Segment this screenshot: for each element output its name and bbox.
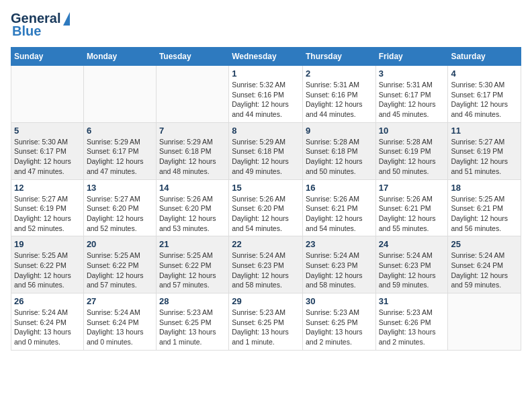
calendar-cell: 1Sunrise: 5:32 AMSunset: 6:16 PMDaylight… (229, 66, 303, 123)
calendar-cell: 9Sunrise: 5:28 AMSunset: 6:18 PMDaylight… (302, 122, 375, 179)
header-wednesday: Wednesday (229, 48, 303, 66)
day-info: Sunrise: 5:29 AMSunset: 6:18 PMDaylight:… (159, 137, 226, 177)
day-info: Sunrise: 5:24 AMSunset: 6:23 PMDaylight:… (379, 250, 445, 290)
day-number: 6 (87, 126, 153, 136)
header-sunday: Sunday (11, 48, 84, 66)
day-info: Sunrise: 5:29 AMSunset: 6:17 PMDaylight:… (87, 137, 153, 177)
calendar-week-row: 19Sunrise: 5:25 AMSunset: 6:22 PMDayligh… (11, 236, 521, 293)
header-thursday: Thursday (302, 48, 375, 66)
day-info: Sunrise: 5:23 AMSunset: 6:25 PMDaylight:… (159, 308, 226, 347)
day-number: 18 (451, 183, 518, 193)
calendar-cell: 12Sunrise: 5:27 AMSunset: 6:19 PMDayligh… (11, 179, 84, 236)
logo-text-blue: Blue (12, 24, 41, 39)
day-number: 24 (379, 239, 445, 249)
day-info: Sunrise: 5:27 AMSunset: 6:20 PMDaylight:… (87, 194, 153, 234)
day-number: 28 (159, 296, 226, 306)
header-monday: Monday (83, 48, 156, 66)
day-info: Sunrise: 5:26 AMSunset: 6:20 PMDaylight:… (232, 194, 300, 234)
day-number: 4 (451, 68, 518, 79)
day-number: 5 (14, 126, 81, 136)
calendar-week-row: 26Sunrise: 5:24 AMSunset: 6:24 PMDayligh… (11, 293, 521, 351)
calendar-cell: 21Sunrise: 5:25 AMSunset: 6:22 PMDayligh… (156, 236, 228, 293)
logo-triangle-icon (63, 12, 70, 26)
calendar-cell: 30Sunrise: 5:23 AMSunset: 6:25 PMDayligh… (302, 293, 375, 351)
day-info: Sunrise: 5:23 AMSunset: 6:25 PMDaylight:… (232, 308, 300, 347)
day-info: Sunrise: 5:23 AMSunset: 6:26 PMDaylight:… (379, 308, 445, 347)
day-number: 21 (159, 239, 226, 249)
day-info: Sunrise: 5:26 AMSunset: 6:20 PMDaylight:… (159, 194, 226, 234)
day-number: 19 (14, 239, 81, 249)
day-info: Sunrise: 5:26 AMSunset: 6:21 PMDaylight:… (306, 194, 373, 234)
calendar-cell: 27Sunrise: 5:24 AMSunset: 6:24 PMDayligh… (83, 293, 156, 351)
day-number: 16 (306, 183, 373, 193)
calendar-cell: 7Sunrise: 5:29 AMSunset: 6:18 PMDaylight… (156, 122, 228, 179)
day-number: 15 (232, 183, 300, 193)
day-number: 13 (87, 183, 153, 193)
calendar-cell: 20Sunrise: 5:25 AMSunset: 6:22 PMDayligh… (83, 236, 156, 293)
day-info: Sunrise: 5:24 AMSunset: 6:24 PMDaylight:… (14, 308, 81, 347)
calendar-cell: 23Sunrise: 5:24 AMSunset: 6:23 PMDayligh… (302, 236, 375, 293)
day-number: 29 (232, 296, 300, 306)
day-number: 12 (14, 183, 81, 193)
page-header: General Blue (11, 11, 521, 39)
day-number: 2 (306, 68, 373, 79)
calendar-cell: 31Sunrise: 5:23 AMSunset: 6:26 PMDayligh… (375, 293, 448, 351)
calendar-cell: 15Sunrise: 5:26 AMSunset: 6:20 PMDayligh… (229, 179, 303, 236)
calendar-week-row: 12Sunrise: 5:27 AMSunset: 6:19 PMDayligh… (11, 179, 521, 236)
day-info: Sunrise: 5:32 AMSunset: 6:16 PMDaylight:… (232, 80, 300, 120)
day-number: 14 (159, 183, 226, 193)
calendar-cell: 18Sunrise: 5:25 AMSunset: 6:21 PMDayligh… (448, 179, 521, 236)
day-info: Sunrise: 5:28 AMSunset: 6:18 PMDaylight:… (306, 137, 373, 177)
calendar-cell: 13Sunrise: 5:27 AMSunset: 6:20 PMDayligh… (83, 179, 156, 236)
day-number: 1 (232, 68, 300, 79)
day-info: Sunrise: 5:25 AMSunset: 6:21 PMDaylight:… (451, 194, 518, 234)
day-info: Sunrise: 5:31 AMSunset: 6:16 PMDaylight:… (306, 80, 373, 120)
day-number: 9 (306, 126, 373, 136)
calendar-cell (448, 293, 521, 351)
day-info: Sunrise: 5:24 AMSunset: 6:23 PMDaylight:… (232, 250, 300, 290)
day-number: 17 (379, 183, 445, 193)
calendar-cell: 25Sunrise: 5:24 AMSunset: 6:24 PMDayligh… (448, 236, 521, 293)
calendar-cell: 26Sunrise: 5:24 AMSunset: 6:24 PMDayligh… (11, 293, 84, 351)
day-info: Sunrise: 5:25 AMSunset: 6:22 PMDaylight:… (87, 250, 153, 290)
calendar-cell: 3Sunrise: 5:31 AMSunset: 6:17 PMDaylight… (375, 66, 448, 123)
calendar-table: SundayMondayTuesdayWednesdayThursdayFrid… (11, 47, 521, 351)
day-number: 30 (306, 296, 373, 306)
calendar-cell (156, 66, 228, 123)
day-info: Sunrise: 5:28 AMSunset: 6:19 PMDaylight:… (379, 137, 445, 177)
day-info: Sunrise: 5:30 AMSunset: 6:17 PMDaylight:… (451, 80, 518, 120)
day-info: Sunrise: 5:29 AMSunset: 6:18 PMDaylight:… (232, 137, 300, 177)
day-number: 10 (379, 126, 445, 136)
header-friday: Friday (375, 48, 448, 66)
calendar-cell: 14Sunrise: 5:26 AMSunset: 6:20 PMDayligh… (156, 179, 228, 236)
day-number: 23 (306, 239, 373, 249)
calendar-cell: 22Sunrise: 5:24 AMSunset: 6:23 PMDayligh… (229, 236, 303, 293)
day-number: 3 (379, 68, 445, 79)
calendar-cell (83, 66, 156, 123)
logo: General Blue (11, 11, 70, 39)
calendar-cell: 2Sunrise: 5:31 AMSunset: 6:16 PMDaylight… (302, 66, 375, 123)
day-info: Sunrise: 5:23 AMSunset: 6:25 PMDaylight:… (306, 308, 373, 347)
calendar-cell: 24Sunrise: 5:24 AMSunset: 6:23 PMDayligh… (375, 236, 448, 293)
day-number: 11 (451, 126, 518, 136)
calendar-cell: 5Sunrise: 5:30 AMSunset: 6:17 PMDaylight… (11, 122, 84, 179)
day-info: Sunrise: 5:27 AMSunset: 6:19 PMDaylight:… (14, 194, 81, 234)
day-number: 22 (232, 239, 300, 249)
header-saturday: Saturday (448, 48, 521, 66)
calendar-cell: 4Sunrise: 5:30 AMSunset: 6:17 PMDaylight… (448, 66, 521, 123)
day-info: Sunrise: 5:26 AMSunset: 6:21 PMDaylight:… (379, 194, 445, 234)
calendar-header-row: SundayMondayTuesdayWednesdayThursdayFrid… (11, 48, 521, 66)
calendar-cell: 28Sunrise: 5:23 AMSunset: 6:25 PMDayligh… (156, 293, 228, 351)
day-number: 7 (159, 126, 226, 136)
day-info: Sunrise: 5:24 AMSunset: 6:24 PMDaylight:… (451, 250, 518, 290)
calendar-cell: 29Sunrise: 5:23 AMSunset: 6:25 PMDayligh… (229, 293, 303, 351)
day-info: Sunrise: 5:27 AMSunset: 6:19 PMDaylight:… (451, 137, 518, 177)
day-number: 20 (87, 239, 153, 249)
day-info: Sunrise: 5:30 AMSunset: 6:17 PMDaylight:… (14, 137, 81, 177)
day-info: Sunrise: 5:25 AMSunset: 6:22 PMDaylight:… (14, 250, 81, 290)
day-info: Sunrise: 5:24 AMSunset: 6:24 PMDaylight:… (87, 308, 153, 347)
calendar-cell: 10Sunrise: 5:28 AMSunset: 6:19 PMDayligh… (375, 122, 448, 179)
calendar-week-row: 5Sunrise: 5:30 AMSunset: 6:17 PMDaylight… (11, 122, 521, 179)
calendar-cell: 11Sunrise: 5:27 AMSunset: 6:19 PMDayligh… (448, 122, 521, 179)
day-number: 8 (232, 126, 300, 136)
